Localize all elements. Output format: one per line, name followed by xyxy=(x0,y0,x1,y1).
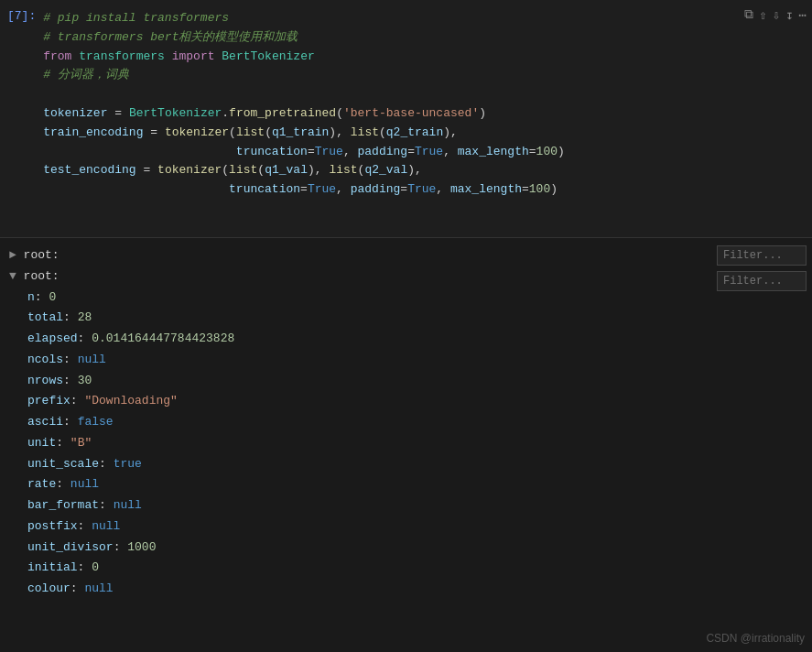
tree-root-expanded-label: root: xyxy=(24,269,60,283)
class-ref: BertTokenizer xyxy=(129,106,222,120)
list-item: rate: null xyxy=(27,474,711,495)
method-from-pretrained: from_pretrained xyxy=(229,106,336,120)
list-item: ncols: null xyxy=(27,350,711,371)
var-train-encoding: train_encoding xyxy=(43,125,143,139)
fn-tokenizer-call-1: tokenizer xyxy=(165,125,229,139)
module-name: transformers xyxy=(79,49,165,63)
output-left: ► root: ▼ root: n: 0 total: 28 elapsed: … xyxy=(0,238,711,652)
download-icon[interactable]: ↧ xyxy=(785,7,793,23)
list-item: colour: null xyxy=(27,579,711,600)
list-item: elapsed: 0.014164447784423828 xyxy=(27,329,711,350)
fn-list-1: list xyxy=(236,125,265,139)
list-item: ascii: false xyxy=(27,412,711,433)
list-item: unit_divisor: 1000 xyxy=(27,538,711,559)
var-test-encoding: test_encoding xyxy=(43,163,135,177)
fn-list-3: list xyxy=(229,163,257,177)
code-content: # pip install transformers # transformer… xyxy=(43,0,720,237)
code-cell: [7]: # pip install transformers # transf… xyxy=(0,0,812,238)
comment-line-2: # transformers bert相关的模型使用和加载 xyxy=(43,30,298,44)
tree-root-expanded[interactable]: ▼ root: xyxy=(9,266,711,288)
list-item: unit: "B" xyxy=(27,433,711,454)
tree-root-collapsed[interactable]: ► root: xyxy=(9,245,711,266)
watermark: CSDN @irrationality xyxy=(706,632,805,645)
output-right xyxy=(711,238,812,652)
filter-input-1[interactable] xyxy=(717,245,807,266)
copy-icon[interactable]: ⧉ xyxy=(744,7,753,22)
list-item: unit_scale: true xyxy=(27,454,711,475)
main-container: [7]: # pip install transformers # transf… xyxy=(0,0,812,652)
list-item: total: 28 xyxy=(27,308,711,329)
fn-list-4: list xyxy=(329,163,357,177)
move-down-icon[interactable]: ⇩ xyxy=(773,7,780,23)
fn-list-2: list xyxy=(351,125,379,139)
expand-arrow-icon: ▼ xyxy=(9,269,24,283)
move-up-icon[interactable]: ⇧ xyxy=(759,7,766,23)
list-item: n: 0 xyxy=(27,288,711,309)
tree-root-collapsed-label: root: xyxy=(24,248,60,262)
filter-input-2[interactable] xyxy=(717,271,807,291)
class-name: BertTokenizer xyxy=(222,49,314,63)
tree-children: n: 0 total: 28 elapsed: 0.01416444778442… xyxy=(9,288,711,600)
cell-toolbar: ⧉ ⇧ ⇩ ↧ ⋯ xyxy=(720,0,812,237)
var-tokenizer: tokenizer xyxy=(43,106,107,120)
list-item: postfix: null xyxy=(27,516,711,538)
comment-line-1: # pip install transformers xyxy=(43,11,229,25)
list-item: nrows: 30 xyxy=(27,371,711,392)
collapse-arrow-icon: ► xyxy=(9,248,24,262)
from-keyword: from xyxy=(43,49,71,63)
list-item: initial: 0 xyxy=(27,558,711,579)
list-item: bar_format: null xyxy=(27,495,711,516)
cell-number: [7]: xyxy=(0,0,43,237)
import-keyword: import xyxy=(172,49,215,63)
fn-tokenizer-call-2: tokenizer xyxy=(157,163,222,177)
output-area: ► root: ▼ root: n: 0 total: 28 elapsed: … xyxy=(0,238,812,652)
list-item: prefix: "Downloading" xyxy=(27,391,711,412)
string-model-name: 'bert-base-uncased' xyxy=(343,106,479,120)
comment-line-3: # 分词器，词典 xyxy=(43,68,129,82)
more-icon[interactable]: ⋯ xyxy=(799,7,807,23)
